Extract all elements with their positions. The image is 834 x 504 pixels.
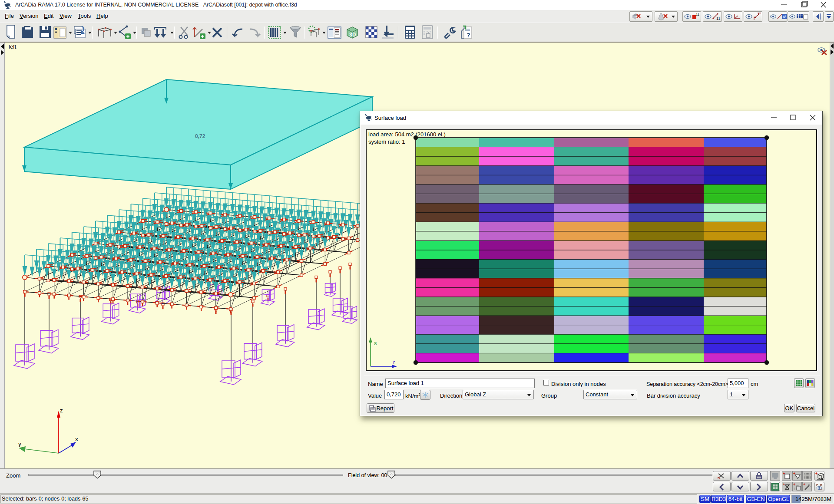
- svg-text:3D: 3D: [349, 32, 356, 38]
- svg-text:0,72: 0,72: [195, 133, 205, 139]
- svg-text:y: y: [18, 441, 21, 447]
- svg-text:11: 11: [716, 16, 720, 21]
- svg-text:r: r: [393, 359, 395, 366]
- svg-text:x: x: [75, 436, 78, 442]
- svg-text:11: 11: [696, 13, 700, 16]
- svg-text:z: z: [60, 407, 63, 414]
- svg-text:+: +: [783, 482, 785, 487]
- svg-text:s: s: [374, 340, 377, 346]
- svg-text:+: +: [793, 471, 795, 476]
- svg-text:?: ?: [467, 32, 470, 39]
- svg-text:+: +: [803, 482, 805, 487]
- svg-text:+: +: [815, 471, 817, 476]
